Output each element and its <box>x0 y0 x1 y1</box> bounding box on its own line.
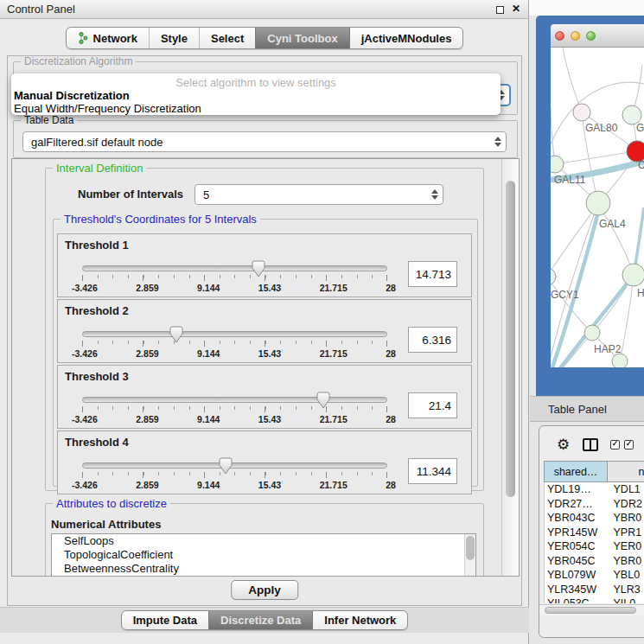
slider-track[interactable] <box>82 397 387 403</box>
node-h[interactable] <box>622 264 644 286</box>
slider-ticks <box>82 472 387 479</box>
dropdown-option-equal-width[interactable]: Equal Width/Frequency Discretization <box>11 102 501 115</box>
list-item[interactable]: BetweennessCentrality <box>52 562 475 576</box>
cell[interactable]: YBL0 <box>609 568 644 583</box>
table-row[interactable]: YDL19…YDL1 <box>545 482 644 497</box>
tab-select[interactable]: Select <box>199 28 255 48</box>
bottom-tab-group: Impute Data Discretize Data Infer Networ… <box>121 610 409 630</box>
threshold-4-slider[interactable]: -3.4262.8599.14415.4321.71528 <box>82 459 387 494</box>
group-title: Discretization Algorithm <box>21 56 136 67</box>
threshold-3-value-input[interactable] <box>408 392 457 418</box>
node-hap2[interactable] <box>584 325 600 341</box>
column-header-shared-name[interactable]: shared… <box>544 461 608 482</box>
threshold-2-panel: Threshold 2 -3.4262.8599.14415.4321.7152… <box>57 299 472 363</box>
scrollbar-thumb[interactable] <box>466 536 475 560</box>
tab-cyni-toolbox[interactable]: Cyni Toolbox <box>255 28 348 48</box>
column-header-name[interactable]: na <box>608 461 644 482</box>
list-item[interactable]: SelfLoops <box>52 534 475 548</box>
cell[interactable]: YBR043C <box>545 511 609 526</box>
table-row[interactable]: YDR27…YDR2 <box>545 497 644 512</box>
tab-label: jActiveMNodules <box>361 32 452 45</box>
tick-label: -3.426 <box>72 348 98 359</box>
settings-scrollbar[interactable] <box>501 159 519 576</box>
node[interactable] <box>612 354 628 367</box>
cell[interactable]: YDR27… <box>545 497 609 512</box>
checkbox-icon[interactable] <box>610 440 620 450</box>
scrollbar-thumb[interactable] <box>506 181 515 497</box>
minimize-traffic-light[interactable] <box>571 31 580 41</box>
tab-jactivemnodules[interactable]: jActiveMNodules <box>349 28 463 48</box>
cell[interactable]: YDL1 <box>609 482 644 497</box>
apply-button[interactable]: Apply <box>231 580 298 600</box>
table-row[interactable]: YBL079WYBL0 <box>545 568 644 583</box>
cyni-content: Discretization Algorithm Select algorith… <box>7 55 522 606</box>
stepper-icon[interactable] <box>490 137 506 147</box>
threshold-2-value-input[interactable] <box>408 327 457 353</box>
network-view-window[interactable]: GAL80 G C GAL11 GAL4 GCY1 H HAP2 <box>536 16 644 396</box>
cell[interactable]: YBL079W <box>545 568 609 583</box>
dropdown-option-manual[interactable]: Manual Discretization <box>11 89 501 102</box>
threshold-1-slider[interactable]: -3.4262.8599.14415.4321.71528 <box>82 262 387 296</box>
tick-label: -3.426 <box>72 283 98 293</box>
table-data-combo[interactable]: galFiltered.sif default node <box>22 131 507 152</box>
control-panel: Control Panel ✕ Network Style Select Cyn… <box>0 0 529 644</box>
cell[interactable]: YER054C <box>545 539 609 554</box>
threshold-4-value-input[interactable] <box>408 458 457 484</box>
tab-impute-data[interactable]: Impute Data <box>122 611 208 629</box>
threshold-2-slider[interactable]: -3.4262.8599.14415.4321.71528 <box>82 328 387 362</box>
table-row[interactable]: YIL053CYIL0 <box>545 596 644 603</box>
top-tab-bar: Network Style Select Cyni Toolbox jActiv… <box>0 27 529 49</box>
number-of-intervals-label: Number of Intervals <box>78 188 183 201</box>
table-row[interactable]: YBR043CYBR0 <box>545 511 644 526</box>
cell[interactable]: YBR0 <box>609 554 644 569</box>
node-gal80[interactable] <box>573 104 590 121</box>
tab-discretize-data[interactable]: Discretize Data <box>208 611 312 629</box>
cell[interactable]: YIL0 <box>609 596 644 603</box>
cell[interactable]: YLR345W <box>545 583 609 597</box>
slider-track[interactable] <box>82 462 387 469</box>
cell[interactable]: YDL19… <box>545 482 609 497</box>
node-gal11[interactable] <box>551 156 564 173</box>
tick-label: 21.715 <box>320 283 348 293</box>
node-gal4[interactable] <box>586 191 610 215</box>
network-window-titlebar[interactable] <box>551 24 644 48</box>
slider-ticks <box>82 341 387 348</box>
gear-icon[interactable]: ⚙ <box>557 437 570 452</box>
checkbox-icon[interactable] <box>624 440 634 450</box>
table-horizontal-scrollbar[interactable] <box>539 604 644 615</box>
tick-label: -3.426 <box>72 480 98 490</box>
tab-infer-network[interactable]: Infer Network <box>312 611 407 629</box>
node-gcy1[interactable] <box>551 268 556 285</box>
close-traffic-light[interactable] <box>555 31 564 41</box>
list-item[interactable]: TopologicalCoefficient <box>52 548 475 562</box>
column-layout-icon[interactable] <box>583 438 598 451</box>
cell[interactable]: YPR1 <box>609 526 644 540</box>
slider-track[interactable] <box>82 265 387 271</box>
tab-network[interactable]: Network <box>67 28 149 48</box>
table-row[interactable]: YPR145WYPR1 <box>545 526 644 540</box>
threshold-1-value-input[interactable] <box>408 261 457 287</box>
cell[interactable]: YPR145W <box>545 526 609 540</box>
tab-style[interactable]: Style <box>149 28 199 48</box>
table-row[interactable]: YLR345WYLR3 <box>545 583 644 597</box>
cell[interactable]: YDR2 <box>609 497 644 512</box>
scrollbar-thumb[interactable] <box>545 607 636 614</box>
table-row[interactable]: YBR045CYBR0 <box>545 554 644 569</box>
close-icon[interactable]: ✕ <box>512 3 520 15</box>
cell[interactable]: YBR0 <box>609 511 644 526</box>
threshold-3-slider[interactable]: -3.4262.8599.14415.4321.71528 <box>82 393 387 428</box>
stepper-icon[interactable] <box>427 189 443 200</box>
cell[interactable]: YBR045C <box>545 554 609 569</box>
zoom-traffic-light[interactable] <box>586 31 596 41</box>
cell[interactable]: YLR3 <box>609 583 644 597</box>
list-scrollbar[interactable] <box>464 534 475 577</box>
number-of-intervals-combo[interactable]: 5 <box>194 184 443 205</box>
attributes-group: Attributes to discretize Numerical Attri… <box>45 503 484 577</box>
node-label: G <box>636 122 644 134</box>
network-canvas[interactable]: GAL80 G C GAL11 GAL4 GCY1 H HAP2 <box>551 48 644 367</box>
cell[interactable]: YER0 <box>609 539 644 554</box>
cell[interactable]: YIL053C <box>545 596 609 603</box>
float-window-icon[interactable] <box>496 6 504 14</box>
slider-track[interactable] <box>82 331 387 337</box>
table-row[interactable]: YER054CYER0 <box>545 539 644 554</box>
